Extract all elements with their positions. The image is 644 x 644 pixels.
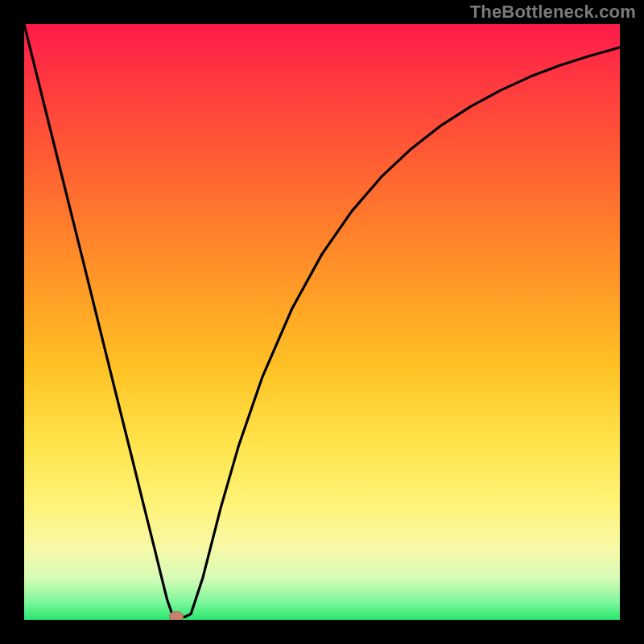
plot-area	[24, 24, 620, 620]
watermark-text: TheBottleneck.com	[470, 2, 636, 23]
minimum-marker	[169, 611, 184, 620]
chart-container: TheBottleneck.com	[0, 0, 644, 644]
curve-path	[24, 24, 620, 617]
bottleneck-curve	[24, 24, 620, 620]
